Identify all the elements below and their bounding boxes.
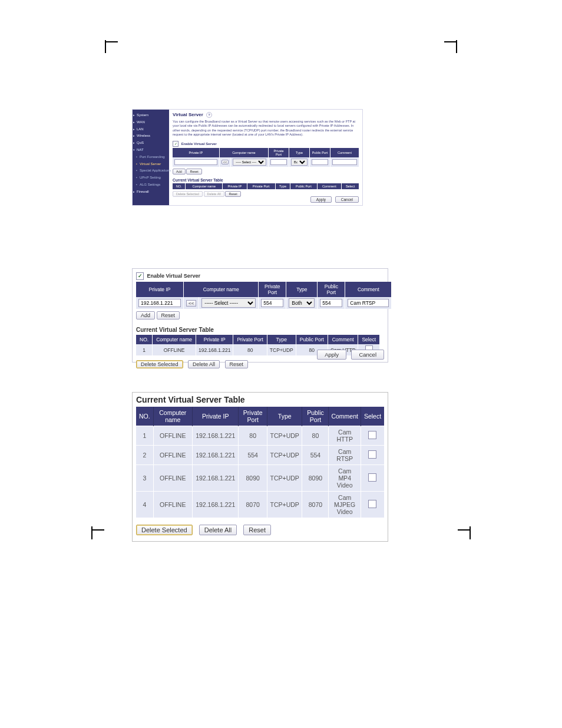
add-button[interactable]: Add (173, 169, 186, 174)
col-private-port2: Private Port (247, 183, 275, 189)
row-select-checkbox[interactable] (368, 450, 376, 459)
col-private-ip2: Private IP (196, 335, 233, 344)
col-type: Type (267, 407, 302, 426)
cell-comment: Cam HTTP (329, 426, 361, 446)
cell-private-ip: 192.168.1.221 (192, 446, 239, 465)
delete-all-button[interactable]: Delete All (204, 191, 224, 197)
cell-private-ip: 192.168.1.221 (192, 465, 239, 492)
type-select[interactable]: Both (291, 159, 308, 166)
cell-public-port: 8090 (302, 465, 329, 492)
sidebar-item-wireless[interactable]: Wireless (134, 133, 167, 140)
row-select-checkbox[interactable] (368, 431, 376, 439)
pick-computer-button[interactable]: << (222, 160, 229, 164)
col-private-port: Private Port (269, 148, 289, 157)
col-private-port: Private Port (259, 282, 286, 297)
sidebar-subitem-alg-settings[interactable]: ALG Settings (138, 182, 167, 189)
cell-private-ip: 192.168.1.221 (196, 344, 233, 355)
cell-private-port: 8090 (239, 465, 267, 492)
col-select2: Select (358, 335, 379, 344)
delete-selected-button[interactable]: Delete Selected (136, 360, 183, 368)
pick-computer-button[interactable]: << (186, 300, 196, 307)
delete-selected-button[interactable]: Delete Selected (173, 191, 203, 197)
sidebar-item-firewall[interactable]: Firewall (134, 189, 167, 196)
col-public-port2: Public Port (296, 335, 328, 344)
cell-computer: OFFLINE (153, 492, 192, 518)
add-button[interactable]: Add (136, 311, 155, 319)
cancel-button[interactable]: Cancel (351, 350, 384, 360)
col-no: NO. (136, 407, 153, 426)
reset-button[interactable]: Reset (157, 311, 180, 319)
col-type2: Type (275, 183, 290, 189)
delete-all-button[interactable]: Delete All (199, 525, 237, 535)
sidebar-subitem-special-applications[interactable]: Special Applications (138, 167, 167, 174)
page-description: You can configure the Broadband router a… (173, 120, 359, 137)
computer-name-select[interactable]: ----- Select ----- (233, 159, 266, 166)
cell-no: 4 (136, 492, 153, 518)
virtual-server-form-crop: Enable Virtual Server Private IP Compute… (132, 268, 388, 363)
col-private-port: Private Port (239, 407, 267, 426)
current-table-title: Current Virtual Server Table (136, 327, 384, 333)
cell-public-port: 80 (302, 426, 329, 446)
cell-public-port: 554 (302, 446, 329, 465)
table-title: Current Virtual Server Table (136, 395, 384, 404)
delete-all-button[interactable]: Delete All (188, 360, 220, 368)
col-comment2: Comment (317, 183, 342, 189)
type-select[interactable]: Both (289, 298, 315, 308)
apply-button[interactable]: Apply (317, 350, 346, 360)
computer-name-select[interactable]: ----- Select ----- (201, 298, 256, 308)
enable-virtual-server-checkbox[interactable] (173, 141, 178, 147)
sidebar-subitem-upnp-setting[interactable]: UPnP Setting (138, 174, 167, 182)
cell-public-port: 8070 (302, 492, 329, 518)
col-select: Select (342, 183, 359, 189)
cancel-button[interactable]: Cancel (335, 196, 359, 203)
current-virtual-server-table-crop: Current Virtual Server Table NO. Compute… (132, 392, 388, 542)
col-comment: Comment (330, 148, 359, 157)
sidebar-item-qos[interactable]: QoS (134, 140, 167, 147)
cell-private-ip: 192.168.1.221 (192, 426, 239, 446)
comment-input[interactable] (332, 159, 357, 165)
private-ip-input[interactable] (174, 159, 217, 165)
row-select-checkbox[interactable] (368, 500, 376, 508)
col-type: Type (286, 282, 318, 297)
col-public-port2: Public Port (290, 183, 317, 189)
reset-button-2[interactable]: Reset (225, 191, 240, 197)
col-private-ip: Private IP (173, 148, 219, 157)
sidebar-item-system[interactable]: System (134, 112, 167, 119)
col-private-ip: Private IP (192, 407, 239, 426)
help-icon[interactable]: ? (206, 112, 212, 118)
cell-type: TCP+UDP (267, 426, 302, 446)
sidebar-subitem-virtual-server[interactable]: Virtual Server (138, 161, 167, 168)
reset-button-2[interactable]: Reset (225, 360, 249, 368)
private-ip-input[interactable] (138, 299, 181, 307)
col-private-ip2: Private IP (223, 183, 247, 189)
col-computer-name: Computer name (184, 282, 259, 297)
cell-type: TCP+UDP (267, 446, 302, 465)
cell-computer: OFFLINE (153, 426, 192, 446)
cell-private-port: 554 (239, 446, 267, 465)
col-select: Select (361, 407, 384, 426)
col-private-ip: Private IP (136, 282, 184, 297)
add-entry-table: Private IP Computer name Private Port Ty… (173, 148, 359, 167)
cell-no: 2 (136, 446, 153, 465)
public-port-input[interactable] (312, 159, 328, 165)
enable-checkbox[interactable] (136, 272, 144, 280)
private-port-input[interactable] (270, 159, 287, 165)
reset-button[interactable]: Reset (186, 169, 201, 174)
reset-button[interactable]: Reset (243, 525, 271, 535)
col-public-port: Public Port (318, 282, 345, 297)
sidebar-subitem-port-forwarding[interactable]: Port Forwarding (138, 154, 167, 161)
page-title: Virtual Server (173, 112, 203, 117)
delete-selected-button[interactable]: Delete Selected (136, 525, 193, 535)
current-table-title: Current Virtual Server Table (173, 178, 359, 182)
sidebar-item-wan[interactable]: WAN (134, 119, 167, 126)
sidebar-item-nat[interactable]: NAT (134, 147, 167, 154)
row-select-checkbox[interactable] (368, 473, 376, 482)
col-public-port: Public Port (310, 148, 330, 157)
sidebar-item-lan[interactable]: LAN (134, 126, 167, 133)
apply-button[interactable]: Apply (310, 196, 332, 203)
cell-type: TCP+UDP (267, 465, 302, 492)
cell-comment: Cam MJPEG Video (329, 492, 361, 518)
comment-input[interactable] (348, 299, 389, 307)
public-port-input[interactable] (320, 299, 342, 307)
private-port-input[interactable] (261, 299, 283, 307)
